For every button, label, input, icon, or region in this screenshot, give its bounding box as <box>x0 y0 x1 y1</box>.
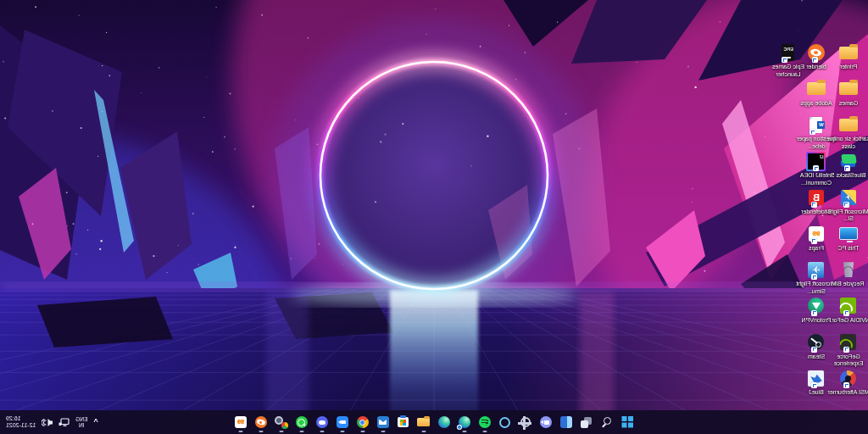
desktop-icon-fraps[interactable]: 99Fraps <box>793 225 840 253</box>
edge-2-icon <box>459 416 470 428</box>
start-icon <box>621 416 633 428</box>
zoom-icon <box>337 416 348 428</box>
blender-icon <box>255 416 267 428</box>
language-bottom: IN <box>75 422 87 429</box>
desktop-icon-label: Bitdefender <box>793 209 839 216</box>
shortcut-arrow-badge <box>810 129 816 135</box>
desktop-icon-label: Adobe apps <box>793 100 839 108</box>
icon-glyph: IJ <box>809 154 824 159</box>
desktop-icon-steam[interactable]: Steam <box>793 333 840 361</box>
desktop-icon-adobe-apps[interactable]: Adobe apps <box>793 80 840 108</box>
icon-glyph: W <box>818 121 826 129</box>
shortcut-arrow-badge <box>843 202 849 208</box>
running-indicator <box>381 431 386 432</box>
taskbar-mail[interactable] <box>374 411 392 433</box>
taskbar-spotify[interactable] <box>476 411 494 433</box>
running-indicator <box>361 431 365 432</box>
desktop-icon-label: Microsoft Flight Simu... <box>793 281 839 295</box>
desktop-icon-label: question paper debe... <box>793 136 839 150</box>
taskbar-whatsapp[interactable] <box>292 411 311 433</box>
taskbar-settings[interactable] <box>516 411 535 433</box>
taskbar-pinned-apps: 99 <box>231 411 637 433</box>
taskbar-microsoft-store[interactable] <box>394 411 413 433</box>
shortcut-arrow-badge <box>811 202 817 208</box>
task-view-icon <box>581 416 593 429</box>
desktop-screen: PrinterGameskartick sir online classBlue… <box>0 0 868 434</box>
taskbar-task-view[interactable] <box>577 411 596 433</box>
running-indicator <box>341 431 345 432</box>
shortcut-arrow-badge <box>844 347 850 353</box>
shortcut-arrow-badge <box>844 165 850 171</box>
desktop-icon-label: BlueJ <box>793 389 839 397</box>
desktop-icon-label: Fraps <box>793 245 839 253</box>
shortcut-arrow-badge <box>812 57 818 63</box>
taskbar-edge-2[interactable] <box>455 411 474 433</box>
running-indicator <box>300 431 304 432</box>
whatsapp-icon <box>296 416 308 428</box>
shortcut-arrow-badge <box>844 382 850 388</box>
taskbar-gears-utility[interactable] <box>272 411 291 433</box>
shortcut-arrow-badge <box>812 347 818 353</box>
taskbar-edge-1[interactable] <box>435 411 453 433</box>
taskbar-file-explorer[interactable] <box>415 411 433 433</box>
running-indicator <box>280 431 284 432</box>
recyclebin-icon <box>843 262 854 277</box>
file-explorer-icon <box>418 418 431 426</box>
taskbar-discord[interactable] <box>313 411 331 433</box>
taskbar: 99 ^ ENG IN 16:29 12-11-2021 <box>0 410 868 434</box>
fraps-icon: 99 <box>235 416 247 428</box>
desktop-icon-intellij-idea-communi[interactable]: IJIntelliJ IDEA Communi... <box>793 152 840 186</box>
tray-time: 16:29 <box>6 415 36 423</box>
taskbar-chrome[interactable] <box>353 411 372 433</box>
settings-icon <box>520 417 531 427</box>
desktop-icon-question-paper-debe[interactable]: Wquestion paper debe... <box>793 115 840 150</box>
running-indicator <box>463 431 467 432</box>
running-indicator <box>259 431 264 432</box>
spotify-icon <box>479 416 491 428</box>
speaker-icon[interactable] <box>42 418 53 427</box>
shortcut-arrow-badge <box>782 57 788 63</box>
discord-icon <box>316 416 328 428</box>
desktop-icon-epic-games-launcher[interactable]: EPICEpic Games Launcher <box>765 43 812 78</box>
desktop-icon-label: IntelliJ IDEA Communi... <box>793 172 839 186</box>
thispc-icon <box>839 227 858 240</box>
tray-date: 12-11-2021 <box>6 422 36 430</box>
shortcut-arrow-badge <box>812 310 818 316</box>
folder-icon <box>839 119 858 131</box>
shortcut-arrow-badge <box>812 274 818 280</box>
taskbar-widgets[interactable] <box>557 411 576 433</box>
system-tray: ^ ENG IN 16:29 12-11-2021 <box>2 410 98 434</box>
desktop-icon-label: Epic Games Launcher <box>765 64 811 78</box>
network-icon[interactable] <box>58 418 70 427</box>
running-indicator <box>483 431 487 432</box>
taskbar-start[interactable] <box>618 411 637 433</box>
taskbar-fraps[interactable]: 99 <box>231 411 250 433</box>
microsoft-store-icon <box>398 417 409 427</box>
taskbar-blender[interactable] <box>252 411 270 433</box>
tray-clock[interactable]: 16:29 12-11-2021 <box>6 415 36 430</box>
widgets-icon <box>560 416 572 428</box>
shortcut-arrow-badge <box>844 310 850 316</box>
language-top: ENG <box>75 416 87 423</box>
folder-icon <box>839 82 858 95</box>
shortcut-arrow-badge <box>811 238 817 244</box>
desktop-icon-bluej[interactable]: BlueJ <box>793 369 840 397</box>
desktop-icons: PrinterGameskartick sir online classBlue… <box>0 0 868 410</box>
teams-chat-icon <box>540 416 552 428</box>
taskbar-zoom[interactable] <box>333 411 352 433</box>
language-indicator[interactable]: ENG IN <box>75 416 87 429</box>
desktop-icon-microsoft-flight-simu[interactable]: ✈Microsoft Flight Simu... <box>793 260 840 295</box>
taskbar-blue-ring-app[interactable] <box>496 411 515 433</box>
taskbar-search[interactable] <box>598 411 616 433</box>
shortcut-arrow-badge <box>814 165 820 171</box>
gears-utility-icon <box>275 416 288 429</box>
desktop-icon-protonvpn[interactable]: ProtonVPN <box>793 297 840 325</box>
hidden-icons-chevron[interactable]: ^ <box>93 417 97 426</box>
taskbar-teams-chat[interactable] <box>537 411 555 433</box>
desktop-icon-bitdefender[interactable]: BBitdefender <box>793 188 840 216</box>
blue-ring-app-icon <box>500 417 511 428</box>
running-indicator <box>239 431 243 432</box>
folder-icon <box>807 82 826 95</box>
shortcut-arrow-badge <box>812 382 818 388</box>
search-icon <box>601 416 613 428</box>
